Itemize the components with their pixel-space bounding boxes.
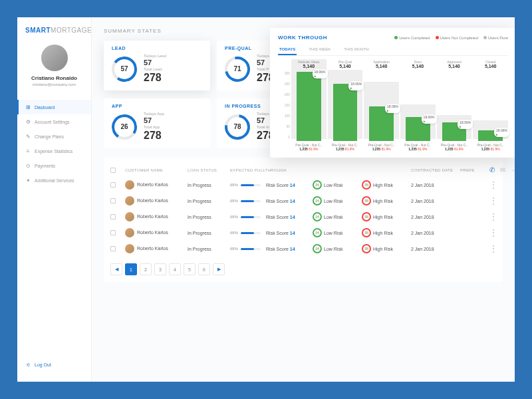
user-name: Cristiano Ronaldo (23, 75, 86, 81)
sidebar: SMARTMORTGAGE Cristiano Ronaldo cristian… (17, 17, 92, 382)
sidebar-item-4[interactable]: ⊙Payments (17, 158, 91, 173)
page-2[interactable]: 2 (140, 263, 152, 275)
logout-button[interactable]: ⎋ Log Out (17, 356, 91, 372)
table-row[interactable]: Roberto Karlos In Progress 68% Risk Scor… (104, 177, 503, 193)
dropoff-bubble: 18.06% ▸ (458, 120, 473, 129)
row-menu-icon[interactable]: ⋮ (489, 212, 503, 221)
nav-label: Additional Services (35, 178, 74, 183)
chart-column: 18.06% ▸ Pre-Qual - Not C.. 1,235 81.9% (400, 71, 436, 151)
sidebar-item-1[interactable]: ⚙Account Settings (17, 114, 91, 129)
dropoff-bubble: 18.06% ▸ (385, 104, 400, 113)
total-value: 278 (144, 72, 166, 84)
column-footer: Pre-Qual - Not C.. 1,235 81.9% (477, 143, 504, 151)
progress-ring: 71 (225, 57, 250, 82)
logout-label: Log Out (35, 362, 51, 367)
chart-bar (297, 72, 321, 141)
row-menu-icon[interactable]: ⋮ (489, 196, 503, 205)
cell-lowrisk: 24 Low Risk (313, 244, 359, 253)
summary-card-app[interactable]: APP 26 Todays App 57 Total App 278 (104, 98, 210, 148)
nav-label: Account Settings (35, 120, 70, 124)
table-row[interactable]: Roberto Karlos In Progress 68% Risk Scor… (104, 241, 503, 257)
summary-card-lead[interactable]: LEAD 57 Todays Lead 57 Total Lead 278 (104, 41, 210, 90)
mail-icon[interactable]: ✉ (500, 166, 505, 174)
cell-lowrisk: 24 Low Risk (313, 228, 359, 237)
work-through-panel: WORK THROUGH Users CompletedUsers Not Co… (270, 28, 515, 158)
funnel-stage-header: Closed5,140 (473, 60, 508, 68)
table-row[interactable]: Roberto Karlos In Progress 68% Risk Scor… (104, 225, 503, 241)
nav-icon: ✎ (25, 134, 31, 139)
ring-value: 57 (112, 57, 137, 82)
sidebar-item-5[interactable]: ✦Additional Services (17, 173, 91, 188)
arrow-icon[interactable]: ← (511, 166, 515, 174)
nav-icon: ⊙ (25, 163, 31, 168)
row-checkbox[interactable] (110, 246, 116, 251)
phone-icon[interactable]: ✆ (489, 166, 495, 174)
sidebar-item-3[interactable]: ≡Expense Statistics (17, 144, 91, 158)
nav-label: Change Plans (35, 134, 64, 139)
page-prev[interactable]: ◀ (110, 263, 122, 275)
page-1[interactable]: 1 (125, 263, 137, 275)
logout-icon: ⎋ (25, 362, 31, 367)
cell-pullthrough: 68% Risk Score 14 (230, 247, 310, 251)
dropoff-bubble: 18.06% ▸ (348, 81, 364, 90)
column-footer: Pre-Qual - Not C.. 1,235 81.9% (295, 143, 322, 151)
panel-tab[interactable]: THIS WEEK (307, 45, 332, 55)
row-checkbox[interactable] (110, 214, 116, 219)
chart-legend: Users CompletedUsers Not CompletedUsers … (394, 36, 508, 40)
col-status: LOAN STATUS (188, 168, 227, 172)
cell-date: 2 Jan 2018 (411, 247, 458, 251)
avatar-icon (125, 228, 134, 237)
row-checkbox[interactable] (110, 198, 116, 203)
card-title: LEAD (112, 46, 126, 51)
cell-pullthrough: 68% Risk Score 14 (230, 215, 310, 219)
sidebar-nav: ⊞Dasboard⚙Account Settings✎Change Plans≡… (17, 100, 91, 188)
table-row[interactable]: Roberto Karlos In Progress 68% Risk Scor… (104, 209, 503, 225)
avatar-icon (125, 180, 134, 190)
cell-status: In Progress (188, 199, 227, 203)
chart-bar (333, 84, 358, 141)
row-menu-icon[interactable]: ⋮ (489, 180, 503, 190)
select-all-checkbox[interactable] (110, 168, 116, 173)
user-avatar[interactable] (41, 45, 68, 71)
sidebar-item-2[interactable]: ✎Change Plans (17, 129, 91, 144)
cell-date: 2 Jan 2018 (411, 199, 458, 203)
progress-ring: 26 (112, 114, 137, 140)
funnel-stage-header: Website Views5,140 (291, 60, 327, 68)
row-menu-icon[interactable]: ⋮ (489, 244, 503, 253)
chart-column: 18.06% ▸ Pre-Qual - Not C.. 1,235 81.9% (328, 71, 363, 151)
cell-pullthrough: 68% Risk Score 14 (230, 199, 310, 203)
col-date: CONTRACTED DATE (411, 168, 458, 172)
panel-tab[interactable]: TODAYS (278, 45, 297, 55)
page-6[interactable]: 6 (198, 263, 210, 275)
cell-status: In Progress (188, 215, 227, 219)
page-next[interactable]: ▶ (213, 263, 225, 275)
customers-table: CUSTOMER NAME LOAN STATUS EXPECTED PULLT… (104, 158, 503, 282)
user-block: Cristiano Ronaldo cristiano@company.com (17, 75, 91, 94)
row-menu-icon[interactable]: ⋮ (489, 228, 503, 237)
chart-column: 18.06% ▸ Pre-Qual - Not C.. 1,235 81.9% (473, 71, 508, 151)
cell-highrisk: 35 High Risk (362, 244, 408, 253)
cell-status: In Progress (188, 183, 227, 188)
panel-tabs: TODAYSTHIS WEEKTHIS MONTH (278, 45, 508, 56)
page-3[interactable]: 3 (154, 263, 166, 275)
today-value: 57 (144, 116, 164, 124)
page-4[interactable]: 4 (169, 263, 181, 275)
funnel-stage-header: Pre-Qual5,140 (328, 60, 363, 68)
sidebar-item-0[interactable]: ⊞Dasboard (17, 100, 91, 114)
panel-tab[interactable]: THIS MONTH (342, 45, 370, 55)
nav-icon: ✦ (25, 178, 31, 183)
cell-highrisk: 35 High Risk (362, 212, 408, 221)
progress-ring: 57 (112, 57, 137, 82)
table-row[interactable]: Roberto Karlos In Progress 68% Risk Scor… (104, 193, 503, 209)
nav-label: Dasboard (35, 105, 55, 110)
cell-date: 2 Jan 2018 (411, 183, 458, 188)
brand-logo: SMARTMORTGAGE (17, 27, 91, 41)
row-checkbox[interactable] (110, 230, 116, 235)
legend-item: Users Completed (394, 36, 430, 40)
chart-column: 18.06% ▸ Pre-Qual - Not C.. 1,235 81.9% (291, 71, 327, 151)
cell-highrisk: 35 High Risk (362, 228, 408, 237)
dropoff-bubble: 18.06% ▸ (313, 69, 328, 78)
page-5[interactable]: 5 (184, 263, 196, 275)
table-header: CUSTOMER NAME LOAN STATUS EXPECTED PULLT… (104, 163, 503, 177)
row-checkbox[interactable] (110, 182, 116, 188)
